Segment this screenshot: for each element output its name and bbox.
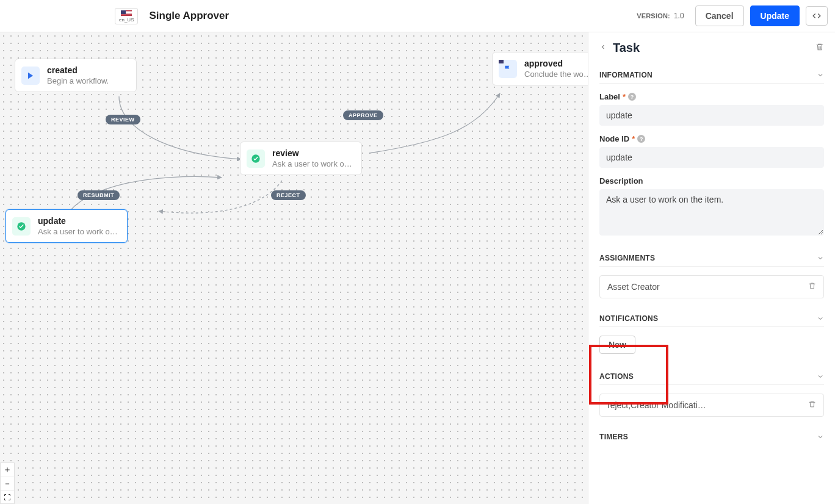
- node-created[interactable]: created Begin a workflow.: [15, 59, 137, 92]
- check-circle-icon: [12, 217, 31, 236]
- chevron-down-icon: [817, 254, 824, 262]
- section-label: INFORMATION: [599, 71, 652, 79]
- locale-chip[interactable]: en_US: [115, 8, 138, 24]
- node-title: review: [272, 148, 352, 158]
- description-input[interactable]: [599, 189, 824, 236]
- node-review[interactable]: review Ask a user to work o…: [240, 142, 362, 175]
- section-label: NOTIFICATIONS: [599, 314, 658, 323]
- zoom-controls: ＋ －: [0, 463, 15, 504]
- trash-icon: [815, 43, 824, 51]
- field-node-id: Node ID * ?: [599, 134, 824, 168]
- node-subtitle: Conclude the wo…: [524, 70, 591, 79]
- node-subtitle: Ask a user to work o…: [38, 227, 118, 236]
- new-notification-button[interactable]: New: [599, 336, 635, 354]
- code-icon: [812, 12, 821, 20]
- assignment-text: Asset Creator: [607, 282, 660, 292]
- node-subtitle: Begin a workflow.: [47, 76, 109, 85]
- page-title: Single Approver: [149, 10, 229, 22]
- assignment-row[interactable]: Asset Creator: [599, 275, 824, 298]
- trash-icon: [808, 282, 816, 290]
- check-circle-icon: [247, 149, 265, 168]
- trash-icon: [808, 400, 816, 408]
- delete-task-button[interactable]: [815, 43, 824, 54]
- edge-label-review[interactable]: REVIEW: [106, 115, 140, 124]
- properties-panel: Task INFORMATION Label * ? Node ID * ? D…: [588, 32, 835, 504]
- edge-label-resubmit[interactable]: RESUBMIT: [78, 190, 120, 200]
- version-value: 1.0: [674, 12, 684, 20]
- help-icon[interactable]: ?: [628, 93, 636, 101]
- node-title: created: [47, 65, 109, 75]
- app-header: en_US Single Approver VERSION: 1.0 Cance…: [0, 0, 835, 32]
- chevron-down-icon: [817, 315, 824, 322]
- action-row[interactable]: reject,Creator Modificati…: [599, 394, 824, 417]
- locale-code: en_US: [119, 18, 134, 23]
- node-subtitle: Ask a user to work o…: [272, 159, 352, 168]
- section-timers[interactable]: TIMERS: [599, 428, 824, 445]
- svg-marker-0: [28, 72, 33, 79]
- section-information[interactable]: INFORMATION: [599, 66, 824, 84]
- cancel-button[interactable]: Cancel: [695, 5, 744, 26]
- node-update[interactable]: update Ask a user to work o…: [5, 209, 128, 243]
- zoom-fit-button[interactable]: [1, 490, 14, 503]
- panel-title: Task: [613, 41, 809, 55]
- node-id-input[interactable]: [599, 147, 824, 168]
- edge-label-reject[interactable]: REJECT: [271, 190, 306, 200]
- section-assignments[interactable]: ASSIGNMENTS: [599, 249, 824, 267]
- field-label-text: Node ID: [599, 134, 629, 143]
- node-title: update: [38, 216, 118, 226]
- update-button[interactable]: Update: [750, 5, 800, 26]
- zoom-in-button[interactable]: ＋: [1, 463, 14, 477]
- zoom-out-button[interactable]: －: [1, 477, 14, 490]
- back-button[interactable]: [599, 41, 607, 54]
- play-icon: [21, 67, 40, 85]
- field-description: Description: [599, 176, 824, 238]
- field-label: Label * ?: [599, 92, 824, 126]
- edge-label-approve[interactable]: APPROVE: [343, 110, 383, 120]
- flag-icon: [499, 60, 517, 78]
- section-label: TIMERS: [599, 433, 628, 441]
- delete-assignment-button[interactable]: [808, 282, 816, 292]
- chevron-down-icon: [817, 71, 824, 79]
- field-label-text: Description: [599, 176, 643, 185]
- help-icon[interactable]: ?: [637, 135, 645, 143]
- required-marker: *: [632, 134, 635, 143]
- action-text: reject,Creator Modificati…: [607, 400, 706, 410]
- section-actions[interactable]: ACTIONS: [599, 367, 824, 385]
- required-marker: *: [623, 92, 626, 101]
- field-label-text: Label: [599, 92, 620, 101]
- section-notifications[interactable]: NOTIFICATIONS: [599, 309, 824, 327]
- version-label: VERSION:: [637, 12, 670, 20]
- source-code-button[interactable]: [806, 6, 828, 26]
- chevron-down-icon: [817, 433, 824, 441]
- chevron-down-icon: [817, 373, 824, 380]
- section-label: ASSIGNMENTS: [599, 254, 655, 262]
- delete-action-button[interactable]: [808, 400, 816, 410]
- node-title: approved: [524, 59, 591, 68]
- flag-icon: [121, 10, 132, 16]
- section-label: ACTIONS: [599, 372, 634, 381]
- label-input[interactable]: [599, 105, 824, 126]
